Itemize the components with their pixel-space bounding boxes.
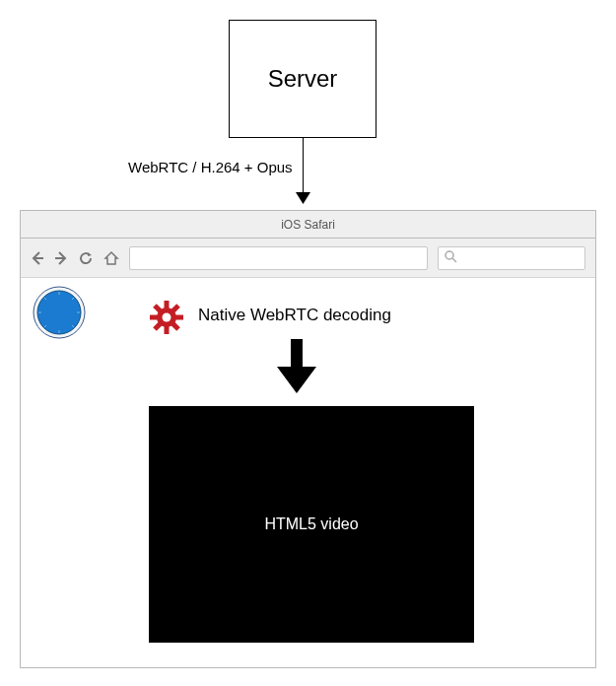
server-box: Server <box>229 20 376 138</box>
svg-line-5 <box>452 258 456 262</box>
svg-marker-0 <box>296 192 310 204</box>
arrow-down-icon <box>296 190 310 208</box>
gear-icon <box>149 300 184 339</box>
browser-content: Native WebRTC decoding HTML5 video <box>21 278 595 667</box>
browser-toolbar <box>21 239 595 278</box>
svg-rect-36 <box>291 339 303 369</box>
svg-point-4 <box>445 251 453 259</box>
back-icon[interactable] <box>31 251 44 265</box>
home-icon[interactable] <box>103 250 119 266</box>
svg-rect-28 <box>165 326 170 334</box>
svg-rect-30 <box>175 315 183 320</box>
refresh-icon[interactable] <box>78 250 94 266</box>
server-label: Server <box>268 65 338 93</box>
svg-point-35 <box>163 313 171 322</box>
forward-icon[interactable] <box>54 251 68 265</box>
safari-icon <box>33 286 86 343</box>
arrow-down-icon <box>277 339 316 397</box>
nav-icons <box>31 250 119 266</box>
url-bar[interactable] <box>129 246 428 270</box>
search-icon <box>445 249 457 267</box>
connection-label: WebRTC / H.264 + Opus <box>128 159 293 175</box>
search-bar[interactable] <box>438 246 585 270</box>
decoding-label: Native WebRTC decoding <box>198 306 391 325</box>
video-placeholder: HTML5 video <box>149 406 474 643</box>
browser-titlebar: iOS Safari <box>21 211 595 239</box>
browser-window: iOS Safari <box>20 210 596 668</box>
video-label: HTML5 video <box>264 515 358 533</box>
browser-title: iOS Safari <box>281 218 335 232</box>
svg-marker-3 <box>88 252 92 256</box>
svg-rect-29 <box>150 315 158 320</box>
svg-rect-27 <box>165 301 170 309</box>
arrow-line <box>303 138 304 192</box>
svg-marker-37 <box>277 367 316 393</box>
